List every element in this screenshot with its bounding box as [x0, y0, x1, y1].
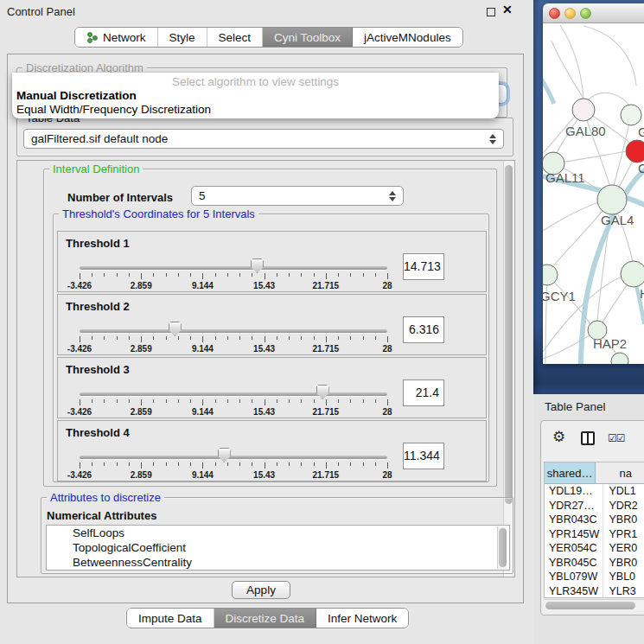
scrollbar-thumb[interactable]: [545, 602, 635, 609]
network-node-gcy1[interactable]: [543, 265, 558, 285]
combo-arrows-icon: [489, 134, 496, 144]
close-traffic-light-icon[interactable]: [549, 8, 560, 19]
scrollbar-thumb[interactable]: [505, 165, 513, 504]
slider-track[interactable]: [80, 392, 387, 396]
table-horizontal-scrollbar[interactable]: [544, 599, 644, 610]
threshold-value-field[interactable]: 11.344: [403, 443, 444, 469]
tab-infer-network[interactable]: Infer Network: [316, 609, 408, 628]
slider-thumb[interactable]: [251, 258, 264, 273]
network-node[interactable]: [611, 353, 628, 364]
tab-discretize-data[interactable]: Discretize Data: [214, 609, 317, 628]
control-panel: Control Panel ✕ NetworkStyleSelectCyni T…: [0, 0, 533, 644]
tab-cyni-toolbox[interactable]: Cyni Toolbox: [263, 28, 353, 47]
apply-button[interactable]: Apply: [232, 581, 290, 599]
network-graph: GAL80GACGAL11GAL4GCY1HHAP2: [543, 23, 644, 364]
column-header-name[interactable]: na: [596, 462, 644, 483]
slider-track[interactable]: [80, 456, 387, 459]
right-column: GAL80GACGAL11GAL4GCY1HHAP2 Table Panel ⚙…: [533, 0, 644, 644]
scrollbar-thumb[interactable]: [499, 528, 507, 567]
slider-ticks: [80, 399, 387, 406]
table-cell: YDR2: [603, 499, 644, 513]
attribute-item-betweennesscentrality[interactable]: BetweennessCentrality: [47, 555, 509, 570]
slider-tick-labels: -3.4262.8599.14415.4321.71528: [80, 407, 387, 417]
dropdown-option-equal-width-frequency-discretization[interactable]: Equal Width/Frequency Discretization: [16, 103, 211, 116]
group-title: Attributes to discretize: [47, 491, 164, 504]
table-data-combobox[interactable]: galFiltered.sif default node: [23, 129, 504, 149]
network-node-h[interactable]: [621, 261, 644, 287]
table-panel: Table Panel ⚙ ☑☑ shared… na YDL19…YDL1YD…: [533, 394, 644, 644]
tab-style[interactable]: Style: [158, 28, 207, 47]
threshold-panel: Threshold 2 -3.4262.8599.14415.4321.7152…: [57, 294, 487, 355]
threshold-value-field[interactable]: 6.316: [403, 316, 444, 343]
tab-impute-data[interactable]: Impute Data: [127, 609, 214, 628]
network-view-window[interactable]: GAL80GACGAL11GAL4GCY1HHAP2: [543, 3, 644, 364]
tab-label: Impute Data: [138, 612, 202, 625]
slider-track[interactable]: [80, 329, 387, 333]
node-label-ga: GA: [638, 124, 644, 139]
slider-tick-labels: -3.4262.8599.14415.4321.71528: [80, 281, 387, 290]
slider-track[interactable]: [80, 266, 387, 270]
table-cell: YER0: [603, 541, 644, 556]
number-of-intervals-spinner[interactable]: 5: [191, 186, 404, 206]
threshold-value-field[interactable]: 14.713: [403, 253, 444, 280]
slider-thumb[interactable]: [169, 322, 182, 336]
select-columns-icon[interactable]: ☑☑: [608, 432, 625, 444]
network-canvas[interactable]: GAL80GACGAL11GAL4GCY1HHAP2: [543, 23, 644, 364]
network-tab-icon: [86, 31, 98, 44]
table-row[interactable]: YER054CYER0: [545, 541, 644, 556]
attributes-group: Attributes to discretize Numerical Attri…: [41, 497, 513, 574]
tab-jactivemnodules[interactable]: jActiveMNodules: [353, 28, 462, 47]
table-cell: YDL19…: [545, 484, 603, 499]
column-header-shared-name[interactable]: shared…: [545, 462, 596, 483]
application-window: Control Panel ✕ NetworkStyleSelectCyni T…: [0, 0, 644, 644]
network-node-c[interactable]: [626, 140, 644, 163]
tab-label: Select: [219, 31, 252, 44]
minimize-traffic-light-icon[interactable]: [564, 8, 576, 19]
float-window-icon[interactable]: [487, 8, 495, 16]
group-title: Interval Definition: [49, 163, 143, 175]
control-panel-tabbar: NetworkStyleSelectCyni ToolboxjActiveMNo…: [74, 27, 463, 48]
node-label-hap2: HAP2: [593, 336, 627, 351]
table-row[interactable]: YDR27…YDR2: [545, 499, 644, 513]
node-attribute-table[interactable]: shared… na YDL19…YDL1YDR27…YDR2YBR043CYB…: [544, 462, 644, 598]
table-row[interactable]: YDL19…YDL1: [545, 484, 644, 499]
table-cell: YBL079W: [545, 570, 603, 584]
zoom-traffic-light-icon[interactable]: [580, 8, 591, 19]
attribute-item-selfloops[interactable]: SelfLoops: [47, 526, 509, 540]
network-node-gal80[interactable]: [572, 99, 595, 121]
list-vertical-scrollbar[interactable]: [497, 526, 507, 569]
table-row[interactable]: YLR345WYLR3: [545, 584, 644, 599]
close-icon[interactable]: ✕: [502, 3, 513, 16]
thresholds-group: Threshold's Coordinates for 5 Intervals …: [53, 214, 489, 482]
tab-select[interactable]: Select: [207, 28, 264, 47]
tab-label: jActiveMNodules: [364, 31, 451, 44]
table-data-selected-value: galFiltered.sif default node: [31, 132, 168, 145]
table-row[interactable]: YBR045CYBR0: [545, 556, 644, 571]
table-row[interactable]: YBR043CYBR0: [545, 513, 644, 527]
table-row[interactable]: YBL079WYBL0: [545, 570, 644, 584]
number-of-intervals-value: 5: [199, 189, 206, 202]
table-cell: YBR045C: [545, 556, 603, 571]
dropdown-option-manual-discretization[interactable]: Manual Discretization: [16, 89, 137, 102]
numerical-attributes-list[interactable]: SelfLoopsTopologicalCoefficientBetweenne…: [46, 525, 510, 571]
threshold-value-field[interactable]: 21.4: [403, 379, 444, 406]
table-cell: YBR0: [603, 556, 644, 571]
threshold-label: Threshold 4: [66, 426, 130, 439]
node-label-gcy1: GCY1: [543, 289, 576, 303]
attribute-item-topologicalcoefficient[interactable]: TopologicalCoefficient: [47, 540, 509, 555]
table-cell: YDL1: [603, 484, 644, 499]
slider-thumb[interactable]: [316, 385, 329, 399]
split-columns-icon[interactable]: [581, 431, 595, 445]
interval-definition-group: Interval Definition Number of Intervals …: [43, 169, 497, 487]
table-settings-gear-icon[interactable]: ⚙: [552, 428, 565, 446]
threshold-label: Threshold 1: [66, 237, 130, 250]
slider-thumb[interactable]: [218, 448, 231, 462]
table-row[interactable]: YPR145WYPR1: [545, 527, 644, 542]
network-edges: [543, 25, 644, 363]
network-node-ga[interactable]: [621, 105, 641, 125]
network-node-gal4[interactable]: [597, 185, 627, 214]
threshold-label: Threshold 2: [66, 300, 130, 313]
node-label-gal80: GAL80: [565, 124, 606, 138]
network-window-titlebar: [543, 3, 644, 23]
tab-network[interactable]: Network: [75, 28, 158, 47]
